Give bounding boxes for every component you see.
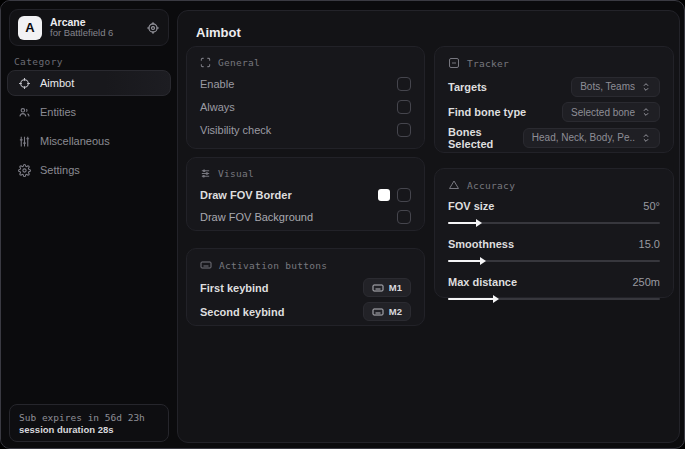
panel-title: General <box>218 57 260 68</box>
setting-row: Second keybind M2 <box>200 300 411 323</box>
setting-row: Draw FOV Border <box>200 184 411 205</box>
main-content: Aimbot General Enable Always <box>177 10 680 443</box>
chevrons-up-down-icon <box>641 107 651 117</box>
slider-row: Smoothness 15.0 <box>448 235 660 267</box>
setting-label: Second keybind <box>200 306 284 318</box>
setting-row: Enable <box>200 73 411 95</box>
minus-square-icon <box>448 57 460 69</box>
fov-size-slider[interactable] <box>448 217 660 229</box>
panel-accuracy: Accuracy FOV size 50° Smoothness 15.0 <box>434 168 674 298</box>
panel-title: Visual <box>218 168 254 179</box>
setting-label: Always <box>200 101 235 113</box>
setting-label: First keybind <box>200 282 268 294</box>
target-settings-icon[interactable] <box>146 21 160 35</box>
keyboard-icon <box>372 306 384 318</box>
find-bone-type-dropdown[interactable]: Selected bone <box>562 102 660 122</box>
setting-label: Find bone type <box>448 106 526 118</box>
sidebar-item-label: Miscellaneous <box>40 135 110 147</box>
setting-row: Targets Bots, Teams <box>448 74 660 100</box>
setting-label: Draw FOV Background <box>200 211 313 223</box>
setting-label: FOV size <box>448 200 494 212</box>
dropdown-value: Bots, Teams <box>580 81 635 92</box>
sub-expires-text: Sub expires in 56d 23h <box>19 412 159 423</box>
sidebar-item-entities[interactable]: Entities <box>7 99 171 125</box>
dropdown-value: Selected bone <box>571 107 635 118</box>
second-keybind-button[interactable]: M2 <box>363 302 411 321</box>
sidebar-item-label: Aimbot <box>40 77 74 89</box>
slider-value: 15.0 <box>639 238 660 250</box>
panel-title: Accuracy <box>467 180 515 191</box>
slider-value: 250m <box>632 276 660 288</box>
setting-label: Smoothness <box>448 238 514 250</box>
app-logo: A <box>18 16 42 40</box>
setting-row: First keybind M1 <box>200 276 411 299</box>
setting-label: Visibility check <box>200 124 271 136</box>
targets-dropdown[interactable]: Bots, Teams <box>571 77 660 97</box>
setting-label: Bones Selected <box>448 126 523 150</box>
session-duration-text: session duration 28s <box>19 424 159 435</box>
setting-row: Bones Selected Head, Neck, Body, Pe.. <box>448 125 660 151</box>
sidebar: A Arcane for Battlefield 6 Category <box>1 1 177 448</box>
crosshair-icon <box>18 77 31 90</box>
slider-value: 50° <box>643 200 660 212</box>
slider-thumb[interactable] <box>476 219 482 227</box>
sidebar-nav: Aimbot Entities Miscella <box>7 70 171 183</box>
slider-thumb[interactable] <box>480 257 486 265</box>
app-subtitle: for Battlefield 6 <box>50 28 146 39</box>
setting-row: Always <box>200 96 411 118</box>
gear-icon <box>18 164 31 177</box>
setting-label: Max distance <box>448 276 517 288</box>
scan-icon <box>200 57 211 68</box>
sidebar-item-label: Entities <box>40 106 76 118</box>
chevrons-up-down-icon <box>641 133 651 143</box>
max-distance-slider[interactable] <box>448 293 660 305</box>
tune-icon <box>200 168 211 179</box>
panel-general: General Enable Always Visibility check <box>186 46 425 149</box>
fov-border-color-swatch[interactable] <box>378 189 390 201</box>
page-title: Aimbot <box>196 25 241 40</box>
chevrons-up-down-icon <box>641 82 651 92</box>
smoothness-slider[interactable] <box>448 255 660 267</box>
sidebar-item-aimbot[interactable]: Aimbot <box>7 70 171 96</box>
category-label: Category <box>14 56 63 67</box>
setting-label: Targets <box>448 81 487 93</box>
sidebar-item-settings[interactable]: Settings <box>7 157 171 183</box>
first-keybind-button[interactable]: M1 <box>363 278 411 297</box>
entities-icon <box>18 106 31 119</box>
setting-row: Find bone type Selected bone <box>448 100 660 126</box>
brand-card: A Arcane for Battlefield 6 <box>9 9 169 46</box>
slider-thumb[interactable] <box>493 295 499 303</box>
panel-visual: Visual Draw FOV Border Draw FOV Backgrou… <box>186 157 425 231</box>
slider-row: Max distance 250m <box>448 273 660 305</box>
setting-row: Draw FOV Background <box>200 206 411 227</box>
sidebar-item-miscellaneous[interactable]: Miscellaneous <box>7 128 171 154</box>
app-window: A Arcane for Battlefield 6 Category <box>0 0 685 449</box>
bones-selected-dropdown[interactable]: Head, Neck, Body, Pe.. <box>523 128 660 148</box>
visibility-check-checkbox[interactable] <box>397 123 411 137</box>
draw-fov-border-checkbox[interactable] <box>397 188 411 202</box>
setting-row: Visibility check <box>200 119 411 141</box>
panel-tracker: Tracker Targets Bots, Teams Find bone ty… <box>434 46 674 153</box>
draw-fov-background-checkbox[interactable] <box>397 210 411 224</box>
dropdown-value: Head, Neck, Body, Pe.. <box>532 132 635 143</box>
panel-title: Tracker <box>467 58 509 69</box>
setting-label: Draw FOV Border <box>200 189 292 201</box>
keyboard-icon <box>372 282 384 294</box>
sidebar-item-label: Settings <box>40 164 80 176</box>
keybind-value: M2 <box>389 306 402 317</box>
enable-checkbox[interactable] <box>397 77 411 91</box>
keybind-value: M1 <box>389 282 402 293</box>
panel-title: Activation buttons <box>219 260 327 271</box>
setting-label: Enable <box>200 78 234 90</box>
triangle-icon <box>448 179 460 191</box>
always-checkbox[interactable] <box>397 100 411 114</box>
panel-activation-buttons: Activation buttons First keybind M1 Seco… <box>186 248 425 326</box>
keyboard-icon <box>200 259 212 271</box>
sliders-vertical-icon <box>18 135 31 148</box>
slider-row: FOV size 50° <box>448 197 660 229</box>
subscription-info-card: Sub expires in 56d 23h session duration … <box>9 404 169 442</box>
